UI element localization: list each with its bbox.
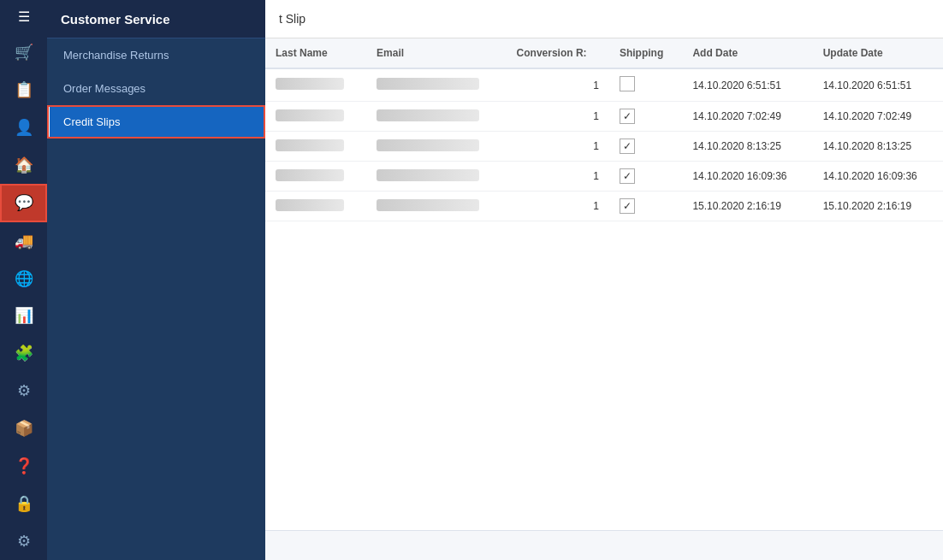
sidebar-item-credit-slips[interactable]: Credit Slips xyxy=(47,105,265,139)
cell-shipping[interactable]: ✓ xyxy=(609,132,683,162)
cell-conversion: 1 xyxy=(507,162,609,192)
cell-last-name xyxy=(265,102,366,132)
bottom-bar xyxy=(265,530,943,560)
table-row[interactable]: 1✓15.10.2020 2:16:1915.10.2020 2:16:19 xyxy=(265,192,943,221)
sidebar-icon-stats[interactable]: 📊 xyxy=(0,297,47,334)
shipping-checkbox[interactable] xyxy=(620,76,635,91)
table-header-row: Last Name Email Conversion R: Shipping A… xyxy=(265,38,943,68)
cell-last-name xyxy=(265,68,366,102)
sub-sidebar-title: Customer Service xyxy=(61,12,170,27)
sidebar-item-merchandise-returns[interactable]: Merchandise Returns xyxy=(47,38,265,72)
cell-add-date: 14.10.2020 6:51:51 xyxy=(682,68,812,102)
cell-conversion: 1 xyxy=(507,102,609,132)
shipping-checkbox[interactable]: ✓ xyxy=(620,109,635,124)
col-last-name[interactable]: Last Name xyxy=(265,38,366,68)
cell-last-name xyxy=(265,162,366,192)
cell-conversion: 1 xyxy=(507,192,609,221)
sidebar-item-order-messages[interactable]: Order Messages xyxy=(47,72,265,105)
cell-shipping[interactable] xyxy=(609,68,683,102)
sidebar: ☰ 🛒 📋 👤 🏠 💬 🚚 🌐 📊 🧩 ⚙ 📦 ❓ 🔒 ⚙ xyxy=(0,0,47,560)
cell-email xyxy=(366,102,506,132)
sidebar-icon-modules[interactable]: 🧩 xyxy=(0,334,47,372)
cell-update-date: 14.10.2020 6:51:51 xyxy=(813,68,943,102)
table-row[interactable]: 1✓14.10.2020 16:09:3614.10.2020 16:09:36 xyxy=(265,162,943,192)
cell-shipping[interactable]: ✓ xyxy=(609,162,683,192)
cell-email xyxy=(366,192,506,221)
main-content: t Slip Last Name Email Conversion R: Shi… xyxy=(265,0,943,560)
col-add-date[interactable]: Add Date xyxy=(682,38,812,68)
sidebar-icon-home[interactable]: 🏠 xyxy=(0,146,47,184)
cell-last-name xyxy=(265,132,366,162)
cell-update-date: 14.10.2020 8:13:25 xyxy=(813,132,943,162)
sub-sidebar-header: Customer Service xyxy=(47,0,265,38)
cell-email xyxy=(366,132,506,162)
col-conversion[interactable]: Conversion R: xyxy=(507,38,609,68)
hamburger-button[interactable]: ☰ xyxy=(0,0,47,34)
sidebar-icon-settings-sliders[interactable]: ⚙ xyxy=(0,372,47,410)
cell-update-date: 14.10.2020 16:09:36 xyxy=(813,162,943,192)
cell-conversion: 1 xyxy=(507,132,609,162)
sidebar-icon-orders[interactable]: 🛒 xyxy=(0,34,47,72)
cell-email xyxy=(366,68,506,102)
cell-email xyxy=(366,162,506,192)
cell-add-date: 14.10.2020 16:09:36 xyxy=(682,162,812,192)
sidebar-icon-globe[interactable]: 🌐 xyxy=(0,260,47,298)
table-row[interactable]: 1✓14.10.2020 7:02:4914.10.2020 7:02:49 xyxy=(265,102,943,132)
sidebar-icon-help[interactable]: ❓ xyxy=(0,447,47,485)
cell-update-date: 14.10.2020 7:02:49 xyxy=(813,102,943,132)
shipping-checkbox[interactable]: ✓ xyxy=(620,139,635,154)
shipping-checkbox[interactable]: ✓ xyxy=(620,198,635,214)
cell-conversion: 1 xyxy=(507,68,609,102)
cell-add-date: 14.10.2020 7:02:49 xyxy=(682,102,812,132)
sidebar-icon-catalog[interactable]: 📋 xyxy=(0,71,47,109)
menu-icon: ☰ xyxy=(18,9,30,25)
table-row[interactable]: 1✓14.10.2020 8:13:2514.10.2020 8:13:25 xyxy=(265,132,943,162)
sidebar-icon-customer-service[interactable]: 💬 xyxy=(0,184,47,221)
table-row[interactable]: 114.10.2020 6:51:5114.10.2020 6:51:51 xyxy=(265,68,943,102)
sidebar-icon-gear[interactable]: ⚙ xyxy=(0,522,47,560)
shipping-checkbox[interactable]: ✓ xyxy=(620,168,635,184)
credit-slips-table: Last Name Email Conversion R: Shipping A… xyxy=(265,38,943,221)
table-container: Last Name Email Conversion R: Shipping A… xyxy=(265,38,943,530)
cell-shipping[interactable]: ✓ xyxy=(609,192,683,221)
col-email[interactable]: Email xyxy=(366,38,506,68)
cell-update-date: 15.10.2020 2:16:19 xyxy=(813,192,943,221)
col-shipping[interactable]: Shipping xyxy=(609,38,683,68)
breadcrumb: t Slip xyxy=(265,0,943,38)
cell-add-date: 14.10.2020 8:13:25 xyxy=(682,132,812,162)
sidebar-icon-lock[interactable]: 🔒 xyxy=(0,485,47,522)
sub-sidebar: Customer Service Merchandise Returns Ord… xyxy=(47,0,265,560)
sidebar-icon-customers[interactable]: 👤 xyxy=(0,109,47,146)
cell-add-date: 15.10.2020 2:16:19 xyxy=(682,192,812,221)
breadcrumb-text: t Slip xyxy=(279,12,305,26)
sidebar-icon-stock[interactable]: 📦 xyxy=(0,410,47,447)
col-update-date[interactable]: Update Date xyxy=(813,38,943,68)
cell-shipping[interactable]: ✓ xyxy=(609,102,683,132)
sidebar-icon-delivery[interactable]: 🚚 xyxy=(0,222,47,260)
cell-last-name xyxy=(265,192,366,221)
